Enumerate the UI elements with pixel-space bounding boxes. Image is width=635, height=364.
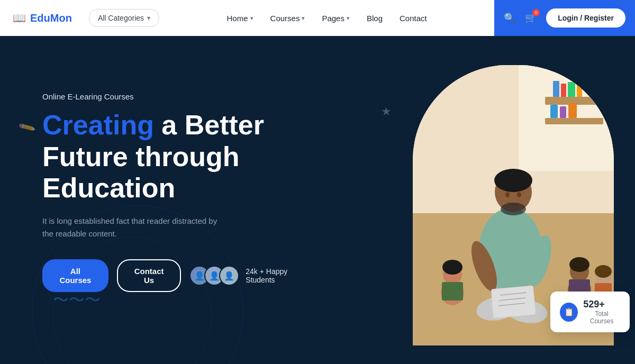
- logo[interactable]: 📖 EduMon: [13, 12, 72, 24]
- happy-students-widget: 👤 👤 👤 24k + Happy Students: [189, 266, 296, 286]
- svg-point-15: [494, 169, 532, 192]
- all-categories-button[interactable]: All Categories ▾: [89, 9, 159, 27]
- student-avatars: 👤 👤 👤: [189, 266, 239, 286]
- chevron-down-icon: ▾: [147, 14, 150, 22]
- svg-rect-6: [561, 84, 566, 97]
- svg-rect-7: [568, 82, 575, 97]
- svg-rect-10: [550, 105, 558, 118]
- svg-rect-11: [560, 106, 566, 118]
- svg-point-29: [442, 260, 462, 275]
- chevron-down-icon: ▾: [250, 15, 253, 22]
- hero-content: Online E-Learing Courses Creating a Bett…: [0, 92, 296, 308]
- nav-item-home[interactable]: Home ▾: [220, 10, 261, 27]
- cart-badge: 0: [532, 9, 540, 16]
- svg-rect-12: [568, 103, 577, 118]
- hero-section: ✏️ ★ 〜〜〜 Online E-Learing Courses Creati…: [0, 36, 635, 364]
- svg-rect-30: [442, 282, 463, 301]
- nav-item-pages[interactable]: Pages ▾: [314, 10, 357, 27]
- star-icon-1: ★: [381, 105, 392, 119]
- svg-rect-5: [553, 81, 559, 97]
- nav-item-blog[interactable]: Blog: [359, 10, 390, 27]
- hero-image-area: 🎓 28k Total Students 📋 529+ Total Course…: [392, 36, 635, 364]
- cart-icon[interactable]: 🛒 0: [525, 12, 537, 24]
- stats-courses-number: 529+: [583, 299, 620, 310]
- svg-point-18: [501, 203, 526, 215]
- all-courses-button[interactable]: All Courses: [42, 259, 108, 292]
- stats-courses-text: 529+ Total Courses: [583, 299, 620, 325]
- svg-rect-8: [577, 85, 582, 97]
- stats-card-courses: 📋 529+ Total Courses: [550, 292, 630, 332]
- hero-buttons: All Courses Contact Us 👤 👤 👤 24k + Happy…: [42, 259, 296, 292]
- svg-point-37: [595, 265, 612, 278]
- header: 📖 EduMon All Categories ▾ Home ▾ Courses…: [0, 0, 635, 36]
- hero-description: It is long established fact that reader …: [42, 215, 222, 240]
- stats-courses-label: Total Courses: [583, 310, 620, 325]
- contact-us-button[interactable]: Contact Us: [117, 259, 181, 292]
- hero-title-highlight: Creating: [42, 110, 154, 140]
- svg-point-33: [569, 257, 589, 272]
- svg-point-17: [517, 192, 521, 197]
- courses-icon: 📋: [560, 303, 578, 322]
- nav-item-contact[interactable]: Contact: [392, 10, 434, 27]
- chevron-down-icon: ▾: [302, 15, 305, 22]
- avatar-3: 👤: [219, 266, 239, 286]
- hero-title: Creating a Better Future through Educati…: [42, 110, 296, 204]
- chevron-down-icon: ▾: [347, 15, 350, 22]
- svg-rect-9: [545, 118, 603, 124]
- logo-icon: 📖: [13, 12, 26, 24]
- login-register-button[interactable]: Login / Register: [546, 8, 625, 28]
- search-icon[interactable]: 🔍: [504, 12, 515, 24]
- main-nav: Home ▾ Courses ▾ Pages ▾ Blog Contact: [170, 10, 484, 27]
- all-categories-label: All Categories: [98, 14, 144, 22]
- happy-students-text: 24k + Happy Students: [246, 267, 296, 284]
- svg-point-16: [505, 192, 510, 197]
- hero-subtitle: Online E-Learing Courses: [42, 92, 296, 101]
- nav-item-courses[interactable]: Courses ▾: [263, 10, 313, 27]
- svg-rect-23: [491, 286, 536, 319]
- header-icons: 🔍 🛒 0 Login / Register: [494, 0, 635, 36]
- logo-text: EduMon: [30, 12, 72, 24]
